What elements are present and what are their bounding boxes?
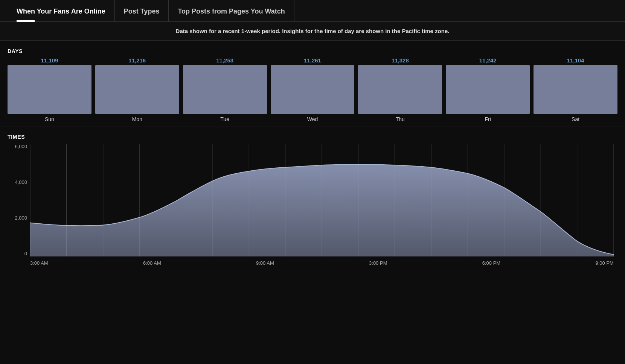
day-value: 11,261 (304, 57, 321, 64)
times-label: TIMES (8, 134, 617, 140)
day-value: 11,104 (567, 57, 584, 64)
day-value: 11,242 (479, 57, 497, 64)
info-bar: Data shown for a recent 1-week period. I… (0, 22, 625, 41)
x-label: 6:00 PM (482, 260, 500, 266)
day-name: Wed (307, 116, 318, 122)
day-value: 11,328 (392, 57, 409, 64)
day-value: 11,109 (41, 57, 58, 64)
times-section: TIMES 6,0004,0002,0000 (0, 126, 625, 279)
day-bar (271, 65, 355, 114)
chart-inner (30, 144, 614, 256)
day-bar (183, 65, 267, 114)
day-col-sat: 11,104 Sat (534, 57, 617, 122)
day-col-wed: 11,261 Wed (271, 57, 355, 122)
x-label: 9:00 AM (256, 260, 274, 266)
tab-when-fans-online[interactable]: When Your Fans Are Online (8, 0, 115, 21)
day-col-fri: 11,242 Fri (446, 57, 530, 122)
line-chart (30, 144, 614, 256)
y-label: 0 (24, 251, 27, 256)
day-name: Mon (132, 116, 142, 122)
day-name: Thu (396, 116, 405, 122)
day-name: Tue (220, 116, 229, 122)
y-label: 2,000 (15, 215, 27, 221)
day-value: 11,253 (216, 57, 233, 64)
days-grid: 11,109 Sun 11,216 Mon 11,253 Tue 11,261 … (8, 57, 617, 122)
y-label: 4,000 (15, 179, 27, 185)
chart-area: 6,0004,0002,0000 (8, 144, 617, 271)
x-label: 3:00 AM (30, 260, 48, 266)
day-bar (8, 65, 91, 114)
day-bar (95, 65, 179, 114)
x-label: 6:00 AM (143, 260, 161, 266)
day-col-thu: 11,328 Thu (358, 57, 442, 122)
y-axis: 6,0004,0002,0000 (8, 144, 30, 256)
x-axis: 3:00 AM6:00 AM9:00 AM3:00 PM6:00 PM9:00 … (30, 258, 614, 271)
day-name: Sat (572, 116, 579, 122)
day-name: Sun (45, 116, 54, 122)
x-label: 9:00 PM (596, 260, 614, 266)
y-label: 6,000 (15, 144, 27, 149)
day-col-mon: 11,216 Mon (95, 57, 179, 122)
x-label: 3:00 PM (369, 260, 387, 266)
tab-bar: When Your Fans Are Online Post Types Top… (0, 0, 625, 22)
day-bar (358, 65, 442, 114)
tab-top-posts[interactable]: Top Posts from Pages You Watch (169, 0, 294, 21)
days-section: DAYS 11,109 Sun 11,216 Mon 11,253 Tue 11… (0, 41, 625, 126)
day-col-sun: 11,109 Sun (8, 57, 91, 122)
day-col-tue: 11,253 Tue (183, 57, 267, 122)
day-name: Fri (485, 116, 491, 122)
tab-post-types[interactable]: Post Types (115, 0, 169, 21)
day-bar (534, 65, 617, 114)
day-bar (446, 65, 530, 114)
days-label: DAYS (8, 48, 617, 54)
day-value: 11,216 (128, 57, 146, 64)
